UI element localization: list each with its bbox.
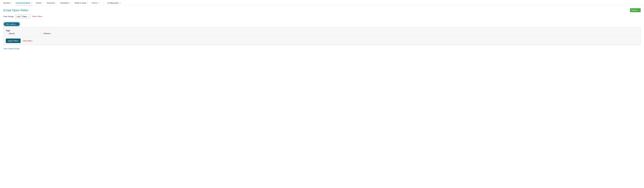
tags-title: Tags xyxy=(6,29,638,32)
date-range-select-wrap: Last 7 Days xyxy=(15,14,30,18)
nav-item-communication[interactable]: Communication xyxy=(16,1,32,5)
tag-option-label: [blank] xyxy=(9,32,14,35)
apply-filters-button[interactable]: Apply Filters xyxy=(6,39,20,43)
chevron-down-icon xyxy=(87,2,88,3)
chevron-down-icon xyxy=(31,2,32,3)
page-body: Email Open Rates Export Date Range Last … xyxy=(0,5,644,53)
clear-filters-top-link[interactable]: Clear Filters xyxy=(32,15,42,17)
nav-item-configuration[interactable]: Configuration xyxy=(107,1,121,5)
chevron-down-icon xyxy=(42,2,43,3)
chevron-down-icon xyxy=(55,2,56,3)
nav-item-portal[interactable]: Portal xyxy=(36,1,43,5)
nav-item-forms[interactable]: Forms xyxy=(92,1,99,5)
top-nav: General Communication Portal Financial C… xyxy=(0,0,644,5)
panel-actions: Apply Filters Clear filters xyxy=(6,39,638,43)
nav-label: Fields & Data xyxy=(74,2,86,4)
chevron-down-icon xyxy=(638,10,639,11)
export-label: Export xyxy=(632,9,637,11)
chevron-down-icon xyxy=(11,2,12,3)
filter-options-focus-ring: Filter options xyxy=(3,22,20,26)
nav-item-general[interactable]: General xyxy=(3,1,12,5)
clear-filters-panel-link[interactable]: Clear filters xyxy=(23,40,32,42)
nav-label: Configuration xyxy=(107,2,118,4)
tags-options-row: [blank] Athletics xyxy=(6,32,638,35)
date-range-row: Date Range Last 7 Days Clear Filters xyxy=(3,14,641,18)
nav-label: Financial xyxy=(47,2,54,4)
chevron-down-icon xyxy=(70,2,71,3)
page-header: Email Open Rates Export xyxy=(3,8,641,12)
filter-options-button[interactable]: Filter options xyxy=(4,22,20,26)
nav-label: Portal xyxy=(36,2,41,4)
chevron-down-icon xyxy=(98,2,99,3)
date-range-label: Date Range xyxy=(3,15,14,17)
page-title: Email Open Rates xyxy=(3,8,28,12)
filter-options-label: Filter options xyxy=(6,23,16,25)
nav-item-financial[interactable]: Financial xyxy=(47,1,56,5)
nav-item-fields-data[interactable]: Fields & Data xyxy=(74,1,88,5)
date-range-select[interactable]: Last 7 Days xyxy=(15,14,30,18)
tag-option-label: Athletics xyxy=(44,32,51,35)
nav-label: General xyxy=(3,2,10,4)
checkbox-icon xyxy=(40,32,42,35)
chevron-down-icon xyxy=(120,2,121,3)
nav-item-checklists[interactable]: Checklists xyxy=(60,1,71,5)
view-failed-emails-link[interactable]: View Failed Emails xyxy=(3,48,20,50)
chevron-down-icon xyxy=(16,23,18,25)
tag-option-blank[interactable]: [blank] xyxy=(6,32,14,35)
nav-label: Forms xyxy=(92,2,97,4)
nav-label: Communication xyxy=(16,2,30,4)
filter-panel: Tags [blank] Athletics Apply Filters Cle… xyxy=(3,27,641,45)
export-button[interactable]: Export xyxy=(630,8,641,12)
tag-option-athletics[interactable]: Athletics xyxy=(40,32,51,35)
nav-label: Checklists xyxy=(60,2,69,4)
checkbox-icon xyxy=(6,32,8,35)
